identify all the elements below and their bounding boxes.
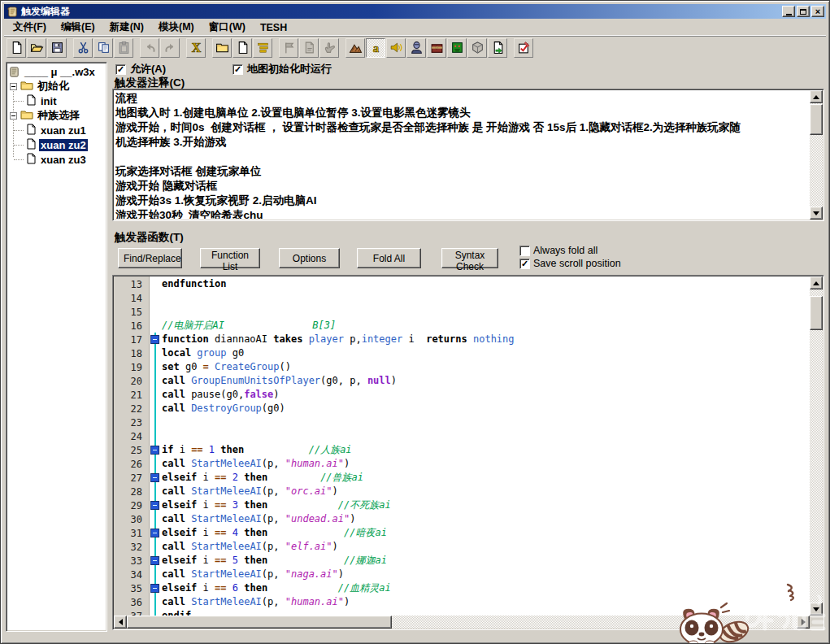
code-line-19: 19set g0 = CreateGroup() <box>114 360 810 374</box>
code-line-35: 35elseif i == 6 then //血精灵ai <box>114 581 810 595</box>
fold-collapse-icon[interactable] <box>150 473 159 482</box>
fold-collapse-icon[interactable] <box>150 335 159 344</box>
code-vertical-scrollbar[interactable] <box>810 276 823 616</box>
toolbar-separator <box>273 38 279 58</box>
code-horizontal-scrollbar[interactable] <box>114 616 810 629</box>
trigger-editor-button[interactable]: a <box>366 38 385 58</box>
code-hscroll-thumb[interactable] <box>127 616 392 629</box>
checkbox-save-scroll-label: Save scroll position <box>533 258 621 269</box>
fold-collapse-icon[interactable] <box>150 501 159 510</box>
object-manager-button[interactable] <box>467 38 487 58</box>
paste-button[interactable] <box>114 38 133 58</box>
fold-collapse-icon[interactable] <box>150 556 159 565</box>
save-map-button[interactable] <box>47 38 67 58</box>
checkbox-enabled[interactable]: ✓ 允许(A) <box>115 62 166 76</box>
delete-button[interactable]: X <box>186 38 206 58</box>
ai-editor-button[interactable] <box>447 38 467 58</box>
maximize-button[interactable] <box>797 6 810 17</box>
checkbox-run-on-init[interactable]: ✓ 地图初始化时运行 <box>232 62 332 76</box>
comment-line: 流程 <box>115 91 807 106</box>
tree-item-xuanzu2[interactable]: xuan zu2 <box>8 137 105 152</box>
test-map-button[interactable] <box>514 38 533 58</box>
code-text: call DestroyGroup(g0) <box>162 402 810 416</box>
trigger-comment-text[interactable]: 流程地图载入时 1.创建电脑单位 2.设置电脑单位暂停 3.设置电影黑色迷雾镜头… <box>115 91 807 219</box>
syntax-check-button[interactable]: Syntax Check <box>441 248 498 268</box>
checkbox-enabled-label: 允许(A) <box>130 62 166 76</box>
copy-button[interactable] <box>93 38 113 58</box>
checkbox-always-fold[interactable]: Always fold all <box>519 244 621 257</box>
fold-guide-line <box>154 388 156 402</box>
fold-collapse-icon[interactable] <box>150 584 159 593</box>
open-map-button[interactable] <box>27 38 46 58</box>
minimize-button[interactable] <box>782 6 795 17</box>
checkbox-always_fold-box[interactable] <box>519 246 530 256</box>
code-text: call StartMeleeAI(p, "human.ai") <box>162 595 810 609</box>
code-scroll-left-icon[interactable] <box>114 616 127 629</box>
menu-edit[interactable]: 编辑(E) <box>54 19 102 36</box>
tree-item-chushihua[interactable]: 初始化 <box>8 79 105 94</box>
code-scroll-right-icon[interactable] <box>797 616 810 629</box>
code-vscroll-thumb[interactable] <box>810 296 823 330</box>
doc-icon <box>26 124 37 137</box>
toolbar-separator <box>206 38 212 58</box>
comment-scroll-up-icon[interactable] <box>810 90 823 103</box>
sound-editor-button[interactable] <box>386 38 406 58</box>
object-editor-button[interactable] <box>406 38 426 58</box>
campaign-editor-button[interactable] <box>427 38 446 58</box>
tree-item-zhongzuxuanze[interactable]: 种族选择 <box>8 108 105 123</box>
checkbox-save-scroll[interactable]: ✓ Save scroll position <box>519 257 621 270</box>
import-manager-button[interactable] <box>488 38 507 58</box>
tree-root[interactable]: ____ μ __.w3x <box>8 64 105 79</box>
hand-button[interactable] <box>319 38 339 58</box>
menu-file[interactable]: 文件(F) <box>6 19 54 36</box>
cut-button[interactable] <box>73 38 93 58</box>
svg-text:X: X <box>191 41 201 54</box>
export-script-button[interactable] <box>299 38 319 58</box>
checkbox-save_scroll-box[interactable]: ✓ <box>519 259 530 269</box>
tree-item-label: 初始化 <box>36 79 71 94</box>
comment-scrollbar[interactable] <box>810 90 823 220</box>
code-scroll-down-icon[interactable] <box>810 603 823 616</box>
options-button[interactable]: Options <box>279 248 340 268</box>
fold-all-button[interactable]: Fold All <box>357 248 421 268</box>
code-editor[interactable]: 13endfunction141516//电脑开启AI B[3]17functi… <box>112 275 824 630</box>
tree-item-init[interactable]: init <box>8 94 105 108</box>
close-button[interactable]: × <box>811 6 824 17</box>
code-line-36: 36call StartMeleeAI(p, "human.ai") <box>114 595 810 609</box>
folder-icon <box>20 109 33 123</box>
undo-button[interactable] <box>140 38 159 58</box>
window-title: 触发编辑器 <box>21 5 780 19</box>
fold-column <box>150 319 162 333</box>
function-list-button[interactable]: Function List <box>200 248 260 268</box>
fold-column <box>150 346 162 360</box>
menu-new[interactable]: 新建(N) <box>102 19 151 36</box>
fold-collapse-icon[interactable] <box>150 529 159 537</box>
redo-button[interactable] <box>160 38 180 58</box>
menu-tesh[interactable]: TESH <box>253 20 294 35</box>
code-text: local group g0 <box>162 346 810 360</box>
comment-scroll-thumb[interactable] <box>810 104 823 135</box>
trigger-comment-box[interactable]: 流程地图载入时 1.创建电脑单位 2.设置电脑单位暂停 3.设置电影黑色迷雾镜头… <box>112 89 824 221</box>
fold-collapse-icon[interactable] <box>150 446 159 455</box>
flag-button[interactable] <box>279 38 298 58</box>
comment-scroll-down-icon[interactable] <box>810 207 823 220</box>
tree-item-xuanzu1[interactable]: xuan zu1 <box>8 123 105 137</box>
code-scroll-up-icon[interactable] <box>810 276 823 289</box>
new-category-button[interactable] <box>212 38 232 58</box>
tree-expander-icon[interactable] <box>10 83 17 90</box>
scrollbar-corner <box>810 616 823 629</box>
tree-item-xuanzu3[interactable]: xuan zu3 <box>8 152 105 167</box>
tree-expander-icon[interactable] <box>10 112 17 120</box>
menu-module[interactable]: 模块(M) <box>151 19 202 36</box>
checkbox-enabled-box[interactable]: ✓ <box>115 64 126 75</box>
new-trigger-comment-button[interactable] <box>253 38 272 58</box>
fold-column <box>150 554 162 568</box>
title-bar[interactable]: 触发编辑器 × <box>4 4 826 19</box>
find-replace-button[interactable]: Find/Replace <box>118 248 182 268</box>
new-document-button[interactable] <box>7 38 26 58</box>
terrain-editor-button[interactable] <box>345 38 365 58</box>
new-trigger-button[interactable] <box>232 38 252 58</box>
checkbox-run_on_init-box[interactable]: ✓ <box>232 64 243 75</box>
menu-window[interactable]: 窗口(W) <box>202 19 253 36</box>
trigger-tree[interactable]: ____ μ __.w3x 初始化init种族选择xuan zu1xuan zu… <box>6 62 107 632</box>
